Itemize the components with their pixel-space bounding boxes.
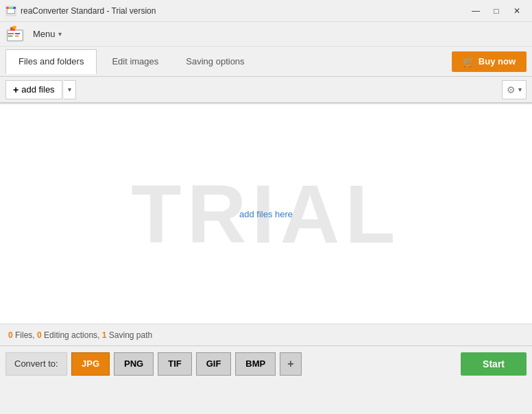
format-gif-label: GIF [206,358,221,369]
svg-rect-5 [13,7,16,9]
app-title: reaConverter Standard - Trial version [21,6,156,16]
format-bmp-button[interactable]: BMP [235,352,276,376]
tab-edit-images[interactable]: Edit images [99,49,171,74]
settings-button[interactable]: ⚙ ▾ [502,80,527,99]
editing-number: 0 [37,330,42,340]
svg-rect-3 [6,7,9,9]
title-bar: reaConverter Standard - Trial version — … [0,0,532,22]
add-files-dropdown[interactable]: ▾ [64,80,76,99]
svg-rect-4 [10,7,12,9]
minimize-button[interactable]: — [466,3,485,19]
files-count: 0 Files, 0 Editing actions, 1 Saving pat… [8,330,152,340]
menu-button[interactable]: Menu ▾ [27,26,67,42]
format-jpg-button[interactable]: JPG [71,352,110,376]
toolbar-right: ⚙ ▾ [502,80,527,99]
menu-bar: Menu ▾ [0,22,532,47]
svg-rect-2 [8,9,14,13]
format-png-label: PNG [124,358,143,369]
title-bar-controls: — □ ✕ [466,3,527,19]
add-files-label: add files [21,84,54,95]
tab-saving-options[interactable]: Saving options [173,49,256,74]
cart-icon: 🛒 [463,56,474,67]
format-tif-label: TIF [168,358,182,369]
format-jpg-label: JPG [82,358,99,369]
files-label: Files, [13,330,37,340]
app-icon [5,5,16,16]
convert-to-label: Convert to: [5,352,67,376]
main-content: TRIAL add files here [0,104,532,324]
format-tif-button[interactable]: TIF [158,352,192,376]
svg-rect-9 [13,25,16,28]
buy-now-button[interactable]: 🛒 Buy now [452,51,527,72]
status-bar: 0 Files, 0 Editing actions, 1 Saving pat… [0,324,532,345]
title-bar-left: reaConverter Standard - Trial version [5,5,156,16]
toolbar-left: + add files ▾ [5,80,76,99]
gear-arrow-icon: ▾ [518,86,522,93]
editing-label: Editing actions, [42,330,102,340]
format-bmp-label: BMP [245,358,265,369]
start-button[interactable]: Start [461,352,527,376]
app-logo [5,25,25,44]
plus-icon: + [13,84,19,95]
add-format-icon: + [287,358,293,370]
start-label: Start [483,358,505,369]
tab-edit-label: Edit images [112,56,158,66]
add-files-button[interactable]: + add files [5,80,62,99]
toolbar: + add files ▾ ⚙ ▾ [0,77,532,103]
maximize-button[interactable]: □ [487,3,506,19]
svg-rect-11 [8,35,13,36]
menu-dropdown-arrow: ▾ [58,30,62,38]
format-png-button[interactable]: PNG [114,352,154,376]
format-gif-button[interactable]: GIF [196,352,232,376]
dropdown-arrow-icon: ▾ [68,86,71,93]
tab-files-and-folders[interactable]: Files and folders [5,49,97,74]
tabs-bar: Files and folders Edit images Saving opt… [0,47,532,77]
svg-rect-10 [8,33,14,34]
saving-label: Saving path [106,330,152,340]
add-format-button[interactable]: + [280,352,301,376]
svg-rect-13 [15,35,19,36]
buy-now-label: Buy now [479,56,516,66]
tab-files-label: Files and folders [19,56,84,66]
files-number: 0 [8,330,13,340]
tab-saving-label: Saving options [186,56,244,66]
svg-rect-12 [15,33,20,34]
menu-label: Menu [33,29,56,39]
add-files-link[interactable]: add files here [239,209,293,219]
bottom-bar: Convert to: JPG PNG TIF GIF BMP + Start [0,345,532,381]
close-button[interactable]: ✕ [507,3,527,19]
gear-icon: ⚙ [507,84,516,95]
